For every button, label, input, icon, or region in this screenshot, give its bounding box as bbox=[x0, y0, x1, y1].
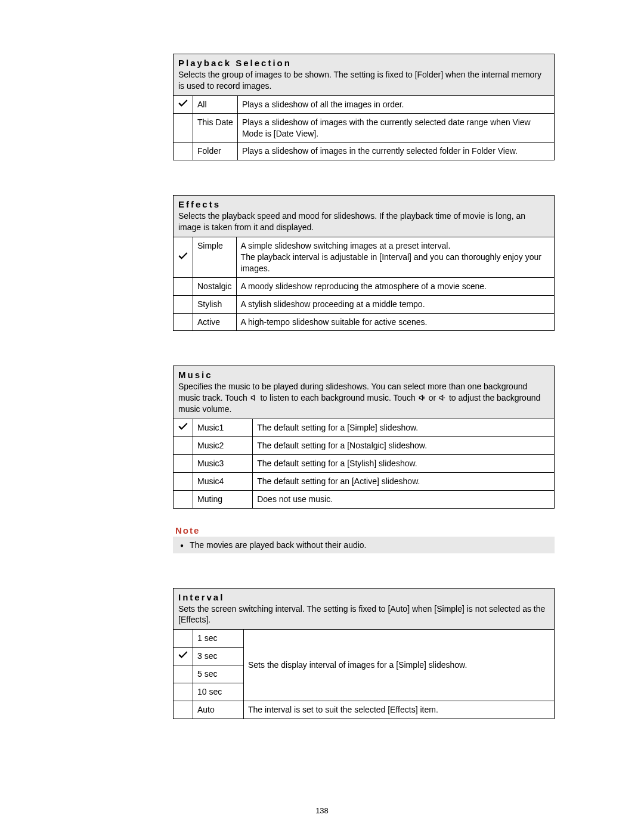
option-name: Nostalgic bbox=[193, 277, 237, 295]
option-desc: Plays a slideshow of images with the cur… bbox=[237, 113, 554, 143]
page-number: 138 bbox=[0, 806, 644, 815]
note-box: The movies are played back without their… bbox=[173, 537, 555, 553]
check-cell bbox=[174, 454, 193, 472]
check-icon bbox=[177, 254, 189, 264]
option-name: Folder bbox=[193, 143, 238, 160]
option-desc: The interval is set to suit the selected… bbox=[244, 701, 555, 718]
option-name: Music4 bbox=[193, 472, 253, 490]
table-row: This DatePlays a slideshow of images wit… bbox=[174, 113, 554, 143]
check-cell bbox=[174, 143, 193, 160]
check-cell bbox=[174, 96, 193, 113]
check-cell bbox=[174, 295, 193, 313]
effects-section: Effects Selects the playback speed and m… bbox=[173, 195, 555, 331]
check-cell bbox=[174, 665, 193, 683]
option-name: 10 sec bbox=[193, 683, 244, 701]
table-row: Music2The default setting for a [Nostalg… bbox=[174, 437, 554, 455]
check-cell bbox=[174, 437, 193, 455]
check-cell bbox=[174, 472, 193, 490]
table-row: StylishA stylish slideshow proceeding at… bbox=[174, 295, 554, 313]
option-name: 5 sec bbox=[193, 665, 244, 683]
option-desc: The default setting for a [Nostalgic] sl… bbox=[253, 437, 554, 455]
table-row: Music4The default setting for an [Active… bbox=[174, 472, 554, 490]
interval-section: Interval Sets the screen switching inter… bbox=[173, 588, 555, 719]
option-desc: Does not use music. bbox=[253, 490, 554, 507]
option-name: 3 sec bbox=[193, 648, 244, 665]
check-icon bbox=[177, 101, 189, 111]
check-cell bbox=[174, 683, 193, 701]
table-row: Music3The default setting for a [Stylish… bbox=[174, 454, 554, 472]
music-desc-mid1: to listen to each background music. Touc… bbox=[260, 393, 417, 402]
manual-page: Playback Selection Selects the group of … bbox=[0, 0, 644, 833]
option-desc: A high-tempo slideshow suitable for acti… bbox=[236, 313, 554, 330]
check-cell bbox=[174, 630, 193, 647]
music-options-table: Music1The default setting for a [Simple]… bbox=[174, 419, 554, 507]
option-name: Muting bbox=[193, 490, 253, 507]
volume-up-icon bbox=[418, 393, 429, 402]
playback-options-table: AllPlays a slideshow of all the images i… bbox=[174, 96, 554, 160]
music-desc: Specifies the music to be played during … bbox=[178, 382, 540, 414]
option-name: Simple bbox=[193, 237, 237, 277]
interval-desc: Sets the screen switching interval. The … bbox=[178, 604, 545, 625]
effects-title: Effects bbox=[178, 199, 549, 209]
option-desc: Plays a slideshow of images in the curre… bbox=[237, 143, 554, 160]
playback-header: Playback Selection Selects the group of … bbox=[174, 54, 554, 96]
option-desc: A stylish slideshow proceeding at a midd… bbox=[236, 295, 554, 313]
table-row: NostalgicA moody slideshow reproducing t… bbox=[174, 277, 554, 295]
volume-icon bbox=[250, 393, 261, 402]
music-desc-mid2: or bbox=[429, 393, 438, 402]
option-desc: The default setting for a [Simple] slide… bbox=[253, 419, 554, 436]
playback-selection-section: Playback Selection Selects the group of … bbox=[173, 54, 555, 160]
note-title: Note bbox=[175, 525, 555, 535]
interval-title: Interval bbox=[178, 592, 549, 602]
check-cell bbox=[174, 277, 193, 295]
table-row: AllPlays a slideshow of all the images i… bbox=[174, 96, 554, 113]
table-row: MutingDoes not use music. bbox=[174, 490, 554, 507]
option-desc: A moody slideshow reproducing the atmosp… bbox=[236, 277, 554, 295]
check-cell bbox=[174, 113, 193, 143]
check-cell bbox=[174, 313, 193, 330]
option-name: Stylish bbox=[193, 295, 237, 313]
check-icon bbox=[177, 425, 189, 434]
interval-header: Interval Sets the screen switching inter… bbox=[174, 589, 554, 630]
effects-header: Effects Selects the playback speed and m… bbox=[174, 196, 554, 237]
playback-desc: Selects the group of images to be shown.… bbox=[178, 70, 541, 91]
table-row: ActiveA high-tempo slideshow suitable fo… bbox=[174, 313, 554, 330]
volume-down-icon bbox=[438, 393, 449, 402]
option-name: Music2 bbox=[193, 437, 253, 455]
check-cell bbox=[174, 419, 193, 436]
option-desc: Sets the display interval of images for … bbox=[244, 630, 555, 701]
option-name: This Date bbox=[193, 113, 238, 143]
option-desc: The default setting for an [Active] slid… bbox=[253, 472, 554, 490]
check-cell bbox=[174, 648, 193, 665]
check-icon bbox=[177, 653, 189, 662]
option-name: All bbox=[193, 96, 238, 113]
table-row: FolderPlays a slideshow of images in the… bbox=[174, 143, 554, 160]
option-name: Auto bbox=[193, 701, 244, 718]
option-name: 1 sec bbox=[193, 630, 244, 647]
music-title: Music bbox=[178, 370, 549, 380]
effects-options-table: SimpleA simple slideshow switching image… bbox=[174, 237, 554, 330]
table-row: 1 secSets the display interval of images… bbox=[174, 630, 554, 647]
option-name: Music3 bbox=[193, 454, 253, 472]
check-cell bbox=[174, 237, 193, 277]
effects-desc: Selects the playback speed and mood for … bbox=[178, 211, 525, 232]
option-desc: Plays a slideshow of all the images in o… bbox=[237, 96, 554, 113]
playback-title: Playback Selection bbox=[178, 58, 549, 68]
option-desc: A simple slideshow switching images at a… bbox=[236, 237, 554, 277]
check-cell bbox=[174, 701, 193, 718]
option-name: Music1 bbox=[193, 419, 253, 436]
music-header: Music Specifies the music to be played d… bbox=[174, 366, 554, 419]
interval-options-table: 1 secSets the display interval of images… bbox=[174, 630, 554, 718]
note-text: The movies are played back without their… bbox=[190, 540, 367, 550]
option-desc: The default setting for a [Stylish] slid… bbox=[253, 454, 554, 472]
music-section: Music Specifies the music to be played d… bbox=[173, 366, 555, 508]
table-row: AutoThe interval is set to suit the sele… bbox=[174, 701, 554, 718]
table-row: SimpleA simple slideshow switching image… bbox=[174, 237, 554, 277]
check-cell bbox=[174, 490, 193, 507]
table-row: Music1The default setting for a [Simple]… bbox=[174, 419, 554, 436]
option-name: Active bbox=[193, 313, 237, 330]
